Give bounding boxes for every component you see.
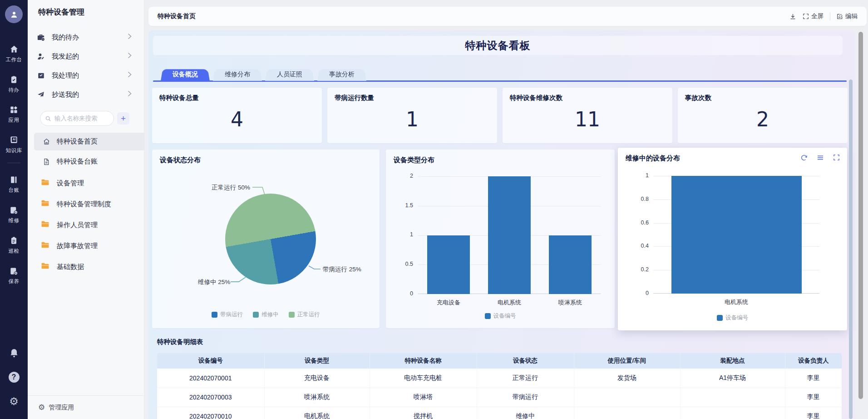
stat-value: 2 <box>678 108 848 131</box>
legend-item-device-id[interactable]: 设备编号 <box>717 314 748 322</box>
stat-card-total-devices: 特种设备总量 4 <box>152 88 322 143</box>
repairing-devices-plot <box>653 176 819 294</box>
rail-item-workbench[interactable]: 工作台 <box>0 45 28 63</box>
bar-motor-system-repairing[interactable] <box>671 176 802 294</box>
rail-item-repair[interactable]: 维修 <box>0 206 28 224</box>
folder-base-data[interactable]: 基础数据 <box>34 258 144 275</box>
device-type-plot <box>418 176 601 294</box>
sidebar-search <box>40 111 114 126</box>
search-icon <box>45 115 51 122</box>
fullscreen-button[interactable]: 全屏 <box>803 12 824 20</box>
home-icon <box>10 45 19 54</box>
paper-plane-icon <box>36 90 45 99</box>
table-row[interactable]: 202402070001充电设备电动车充电桩正常运行发货场A1停车场李里 <box>157 369 842 388</box>
refresh-icon[interactable] <box>800 154 808 161</box>
sidebar-item-equipment-ledger[interactable]: 特种设备台账 <box>34 153 144 170</box>
pie-label-normal: 正常运行 50% <box>188 184 250 192</box>
app-sidebar: 特种设备管理 我的待办 我发起的 我处理的 <box>28 0 144 419</box>
notifications-button[interactable] <box>0 348 28 359</box>
tab-device-overview[interactable]: 设备概况 <box>161 68 210 81</box>
bell-icon <box>9 348 20 359</box>
table-header-row: 设备编号 设备类型 特种设备名称 设备状态 使用位置/车间 装配地点 设备负责人 <box>157 353 842 369</box>
legend-swatch <box>289 312 295 318</box>
settings-button[interactable]: ⚙ <box>0 396 28 407</box>
page-scrollbar[interactable] <box>858 32 863 399</box>
chevron-right-icon <box>128 71 132 80</box>
rail-item-knowledge[interactable]: AI 知识库 <box>0 135 28 154</box>
bar-spray-system[interactable] <box>549 235 592 294</box>
legend-item-repairing[interactable]: 维修中 <box>253 311 279 319</box>
chevron-right-icon <box>128 52 132 60</box>
pie-label-faulty: 带病运行 25% <box>323 265 361 274</box>
folder-equipment-management[interactable]: 设备管理 <box>34 175 144 192</box>
edit-icon <box>837 13 843 20</box>
manage-apps-button[interactable]: ⚙ 管理应用 <box>28 395 144 419</box>
stat-value: 11 <box>503 108 672 131</box>
repairing-devices-bar-card: 维修中的设备分布 1 0.8 0.6 0.4 0.2 0 <box>618 148 847 330</box>
download-icon <box>789 13 796 20</box>
col-device-status: 设备状态 <box>477 353 574 369</box>
rail-item-todo[interactable]: 待办 <box>0 75 28 94</box>
repair-icon <box>10 206 18 214</box>
folder-operator-management[interactable]: 操作人员管理 <box>34 216 144 234</box>
chevron-right-icon <box>128 33 132 41</box>
todo-clipboard-icon <box>10 75 18 84</box>
equipment-detail-table: 设备编号 设备类型 特种设备名称 设备状态 使用位置/车间 装配地点 设备负责人… <box>157 353 842 419</box>
bar-charging-equipment[interactable] <box>427 235 470 294</box>
fullscreen-icon <box>803 13 809 20</box>
search-input[interactable] <box>54 115 108 122</box>
download-button[interactable] <box>789 13 796 20</box>
dashboard-scrollbar[interactable] <box>849 80 853 419</box>
document-icon <box>42 158 51 165</box>
repairing-devices-legend: 设备编号 <box>618 314 847 322</box>
person-edit-icon <box>36 52 45 60</box>
legend-item-faulty[interactable]: 带病运行 <box>212 311 243 319</box>
add-button[interactable]: + <box>117 112 129 125</box>
table-row[interactable]: 202402070010电机系统搅拌机维修中李里 <box>157 407 842 419</box>
pie-legend: 带病运行 维修中 正常运行 <box>152 311 380 319</box>
sidebar-item-equipment-home[interactable]: 特种设备首页 <box>34 133 144 150</box>
folder-icon <box>41 241 51 250</box>
edit-button[interactable]: 编辑 <box>837 12 858 20</box>
chevron-right-icon <box>128 90 132 99</box>
table-row[interactable]: 202402070003喷淋系统喷淋塔带病运行李里 <box>157 388 842 407</box>
legend-swatch <box>212 312 217 318</box>
folder-equipment-policy[interactable]: 特种设备管理制度 <box>34 195 144 213</box>
dashboard-banner: 特种设备看板 <box>153 36 843 55</box>
rail-item-maintenance[interactable]: 保养 <box>0 267 28 285</box>
menu-my-todos[interactable]: 我的待办 <box>32 28 140 46</box>
data-view-icon[interactable] <box>817 154 824 161</box>
tab-accident-analysis[interactable]: 事故分析 <box>317 68 366 81</box>
app-title: 特种设备管理 <box>38 7 84 17</box>
col-device-type: 设备类型 <box>264 353 370 369</box>
svg-text:AI: AI <box>12 138 15 141</box>
user-avatar[interactable] <box>5 5 23 23</box>
dashboard: 特种设备看板 设备概况 维修分布 人员证照 事故分析 特种设备总量 4 带病运行… <box>148 30 855 419</box>
icon-rail: 工作台 待办 应用 AI 知识库 台账 维修 巡检 保养 <box>0 0 28 419</box>
rail-item-apps[interactable]: 应用 <box>0 105 28 124</box>
menu-initiated-by-me[interactable]: 我发起的 <box>32 47 140 65</box>
device-status-pie[interactable] <box>225 194 316 284</box>
folder-incident-management[interactable]: 故障事故管理 <box>34 237 144 254</box>
apps-grid-icon <box>10 105 18 114</box>
menu-cc-to-me[interactable]: 抄送我的 <box>32 85 140 104</box>
expand-icon[interactable] <box>833 154 840 161</box>
help-button[interactable]: ? <box>0 372 28 383</box>
folder-icon <box>41 220 51 229</box>
briefcase-clock-icon <box>36 33 45 41</box>
tab-repair-distribution[interactable]: 维修分布 <box>213 68 262 81</box>
bar-motor-system[interactable] <box>488 176 531 294</box>
pie-label-repairing: 维修中 25% <box>198 278 230 286</box>
menu-handled-by-me[interactable]: 我处理的 <box>32 66 140 85</box>
maintenance-icon <box>10 267 18 275</box>
legend-item-normal[interactable]: 正常运行 <box>289 311 320 319</box>
rail-item-ledger[interactable]: 台账 <box>0 175 28 194</box>
app-window: 工作台 待办 应用 AI 知识库 台账 维修 巡检 保养 <box>0 0 868 419</box>
rail-divider <box>7 163 20 163</box>
tab-personnel-certificates[interactable]: 人员证照 <box>265 68 314 81</box>
col-owner: 设备负责人 <box>785 353 842 369</box>
rail-item-inspection[interactable]: 巡检 <box>0 236 28 254</box>
legend-item-device-id[interactable]: 设备编号 <box>485 312 516 320</box>
col-device-id: 设备编号 <box>157 353 264 369</box>
folder-icon <box>41 200 51 209</box>
